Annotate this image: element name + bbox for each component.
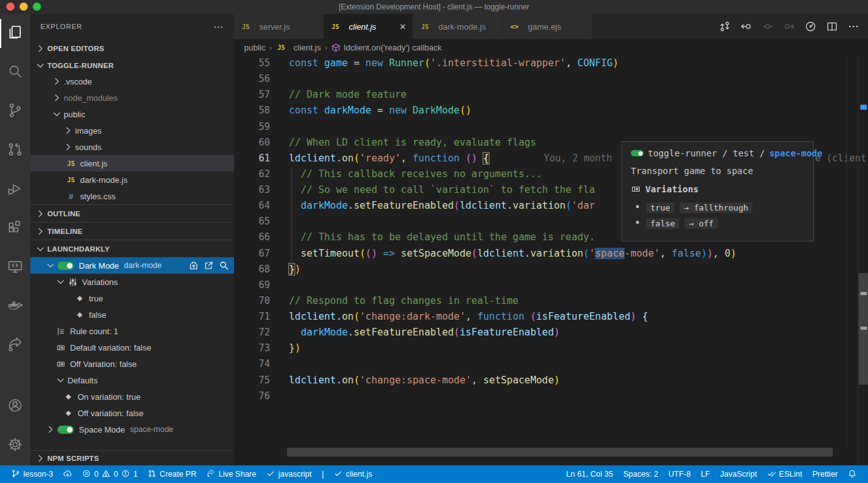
tree-item--vscode[interactable]: .vscode	[30, 73, 234, 90]
status-lint-javascript[interactable]: javascript	[261, 467, 317, 481]
status-publish[interactable]	[58, 467, 77, 481]
ld-item-rule-count-1[interactable]: Rule count: 1	[30, 323, 234, 339]
breadcrumb-item[interactable]: ldclient.on('ready') callback	[331, 43, 442, 52]
more-actions-icon[interactable]	[848, 21, 859, 32]
split-editor-icon[interactable]	[826, 21, 838, 32]
ld-item-true[interactable]: true	[30, 290, 234, 306]
status-prettier[interactable]: Prettier	[807, 467, 843, 481]
status-live-share[interactable]: Live Share	[201, 467, 261, 481]
check-icon	[266, 469, 275, 480]
tab-client-js[interactable]: JSclient.js✕	[324, 14, 413, 39]
tree-item-node-modules[interactable]: node_modules	[30, 90, 234, 106]
code-line-68[interactable]: 68})	[234, 262, 868, 277]
code-line-57[interactable]: 57// Dark mode feature	[234, 87, 868, 103]
code-line-75[interactable]: 75ldclient.on('change:space-mode', setSp…	[234, 373, 868, 388]
upload-icon[interactable]	[189, 260, 199, 271]
activity-accounts[interactable]	[0, 387, 30, 426]
activity-source-control[interactable]	[0, 92, 30, 131]
status-lint-client-js[interactable]: client.js	[329, 467, 377, 481]
horizontal-scrollbar[interactable]	[287, 448, 833, 457]
tab-server-js[interactable]: JSserver.js	[234, 14, 324, 39]
flag-key-link[interactable]: space-mode	[769, 148, 822, 158]
check-icon	[334, 469, 343, 480]
tree-item-dark-mode-js[interactable]: JSdark-mode.js	[30, 172, 234, 188]
status-language-mode[interactable]: JavaScript	[715, 467, 762, 481]
code-line-56[interactable]: 56	[234, 71, 868, 87]
activity-remote-explorer[interactable]	[0, 248, 30, 288]
ld-item-dark-mode[interactable]: Dark Modedark-mode	[30, 257, 234, 274]
js-file-icon: JS	[419, 21, 430, 32]
editor-group: JSserver.jsJSclient.js✕JSdark-mode.js<>g…	[234, 14, 868, 465]
tree-item-public[interactable]: public	[30, 106, 234, 122]
ld-item-defaults[interactable]: Defaults	[30, 372, 234, 388]
breadcrumb-label: ldclient.on('ready') callback	[344, 43, 442, 52]
search-big-icon	[7, 63, 23, 82]
status-indentation[interactable]: Spaces: 2	[618, 467, 664, 481]
code-text: const darkMode = new DarkMode()	[270, 103, 471, 119]
code-line-69[interactable]: 69	[234, 277, 868, 293]
ld-item-default-variation-false[interactable]: Default variation: false	[30, 339, 234, 356]
code-line-74[interactable]: 74	[234, 356, 868, 372]
section-timeline[interactable]: TIMELINE	[30, 222, 234, 240]
status-eslint[interactable]: ESLint	[762, 467, 807, 481]
ld-item-false[interactable]: false	[30, 306, 234, 323]
run-icon[interactable]	[805, 21, 816, 32]
minimize-window-button[interactable]	[20, 3, 28, 11]
status-encoding[interactable]: UTF-8	[663, 467, 695, 481]
code-line-58[interactable]: 58const darkMode = new DarkMode()	[234, 103, 868, 119]
code-line-70[interactable]: 70// Respond to flag changes in real-tim…	[234, 293, 868, 309]
tree-item-styles-css[interactable]: #styles.css	[30, 188, 234, 204]
close-icon[interactable]: ✕	[399, 22, 406, 32]
line-number: 68	[234, 262, 270, 277]
code-line-72[interactable]: 72 darkMode.setFeatureEnabled(isFeatureE…	[234, 325, 868, 340]
activity-pull-requests[interactable]	[0, 131, 30, 170]
activity-explorer[interactable]	[0, 14, 30, 53]
code-editor[interactable]: 55const game = new Runner('.interstitial…	[234, 55, 868, 465]
status-cursor-position[interactable]: Ln 61, Col 35	[561, 467, 618, 481]
section-outline[interactable]: OUTLINE	[30, 204, 234, 222]
section-launchdarkly[interactable]: LAUNCHDARKLY	[30, 240, 234, 257]
activity-run-debug[interactable]	[0, 170, 30, 209]
tree-item-sounds[interactable]: sounds	[30, 139, 234, 155]
section-npm-scripts[interactable]: NPM SCRIPTS	[30, 450, 234, 465]
code-line-59[interactable]: 59	[234, 119, 868, 135]
step-back-icon[interactable]	[741, 21, 752, 32]
section-open-editors[interactable]: OPEN EDITORS	[30, 39, 234, 58]
window-controls[interactable]	[6, 3, 41, 11]
tab-dark-mode-js[interactable]: JSdark-mode.js	[413, 14, 503, 39]
ld-item-off-variation-false[interactable]: Off variation: false	[30, 405, 234, 421]
breadcrumb-item[interactable]: JSclient.js	[276, 42, 320, 52]
ld-item-on-variation-true[interactable]: On variation: true	[30, 388, 234, 405]
activity-live-share[interactable]	[0, 327, 30, 366]
ld-item-space-mode[interactable]: Space Modespace-mode	[30, 421, 234, 438]
status-git-branch[interactable]: lesson-3	[6, 467, 58, 481]
ld-item-off-variation-false[interactable]: Off Variation: false	[30, 356, 234, 372]
code-line-55[interactable]: 55const game = new Runner('.interstitial…	[234, 55, 868, 71]
ld-item-label: On variation: true	[78, 392, 141, 402]
more-actions-icon[interactable]: ⋯	[213, 21, 224, 33]
activity-docker[interactable]	[0, 288, 30, 327]
ld-item-variations[interactable]: Variations	[30, 274, 234, 290]
status-create-pr[interactable]: Create PR	[143, 467, 201, 481]
activity-extensions[interactable]	[0, 209, 30, 248]
search-icon[interactable]	[219, 260, 229, 271]
overview-ruler[interactable]	[858, 55, 868, 465]
tree-item-client-js[interactable]: JSclient.js	[30, 155, 234, 172]
code-line-67[interactable]: 67 setTimeout(() => setSpaceMode(ldclien…	[234, 246, 868, 262]
code-line-73[interactable]: 73})	[234, 340, 868, 356]
code-line-76[interactable]: 76	[234, 388, 868, 404]
maximize-window-button[interactable]	[33, 3, 41, 11]
status-eol[interactable]: LF	[696, 467, 715, 481]
code-line-71[interactable]: 71ldclient.on('change:dark-mode', functi…	[234, 309, 868, 325]
breadcrumb-item[interactable]: public	[244, 43, 266, 52]
section-toggle-runner[interactable]: TOGGLE-RUNNER	[30, 58, 234, 73]
activity-search[interactable]	[0, 53, 30, 92]
tree-item-images[interactable]: images	[30, 122, 234, 139]
open-external-icon[interactable]	[204, 260, 214, 271]
status-notifications[interactable]	[843, 467, 862, 481]
close-window-button[interactable]	[6, 3, 15, 11]
tab-game-ejs[interactable]: <>game.ejs	[503, 14, 592, 39]
status-problems[interactable]: 001	[77, 467, 143, 481]
compare-changes-icon[interactable]	[719, 21, 730, 32]
activity-settings[interactable]	[0, 426, 30, 465]
